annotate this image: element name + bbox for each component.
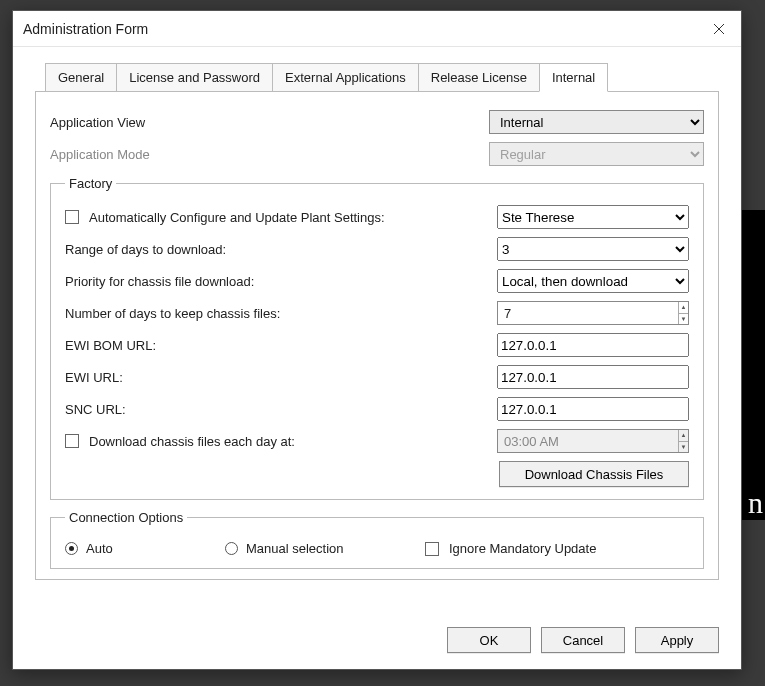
close-icon (713, 23, 725, 35)
keep-days-input[interactable] (498, 301, 678, 325)
cancel-button[interactable]: Cancel (541, 627, 625, 653)
app-mode-select: Regular (489, 142, 704, 166)
ignore-update-checkbox[interactable] (425, 542, 439, 556)
connection-auto-label: Auto (86, 541, 113, 556)
priority-label: Priority for chassis file download: (65, 274, 254, 289)
tab-license[interactable]: License and Password (116, 63, 273, 91)
connection-legend: Connection Options (65, 510, 187, 525)
download-chassis-button[interactable]: Download Chassis Files (499, 461, 689, 487)
download-at-up-icon: ▲ (679, 430, 688, 442)
connection-manual-label: Manual selection (246, 541, 344, 556)
range-days-select[interactable]: 3 (497, 237, 689, 261)
connection-group: Connection Options Auto Manual selection… (50, 510, 704, 569)
download-at-down-icon: ▼ (679, 442, 688, 453)
priority-select[interactable]: Local, then download (497, 269, 689, 293)
connection-auto-radio[interactable]: Auto (65, 541, 225, 556)
close-button[interactable] (697, 11, 741, 47)
dialog-footer: OK Cancel Apply (13, 615, 741, 669)
ok-button[interactable]: OK (447, 627, 531, 653)
factory-legend: Factory (65, 176, 116, 191)
keep-days-down-icon[interactable]: ▼ (679, 314, 688, 325)
factory-group: Factory Automatically Configure and Upda… (50, 176, 704, 500)
ewi-bom-label: EWI BOM URL: (65, 338, 156, 353)
ewi-input[interactable] (497, 365, 689, 389)
tab-pane-internal: Application View Internal Application Mo… (35, 91, 719, 580)
auto-configure-label: Automatically Configure and Update Plant… (89, 210, 385, 225)
app-mode-label: Application Mode (50, 147, 350, 162)
titlebar: Administration Form (13, 11, 741, 47)
tab-internal[interactable]: Internal (539, 63, 608, 92)
download-at-checkbox[interactable] (65, 434, 79, 448)
snc-input[interactable] (497, 397, 689, 421)
plant-select[interactable]: Ste Therese (497, 205, 689, 229)
tab-release[interactable]: Release License (418, 63, 540, 91)
keep-days-spinner[interactable]: ▲ ▼ (497, 301, 689, 325)
tab-external[interactable]: External Applications (272, 63, 419, 91)
tab-general[interactable]: General (45, 63, 117, 91)
keep-days-label: Number of days to keep chassis files: (65, 306, 280, 321)
ignore-update-label: Ignore Mandatory Update (449, 541, 596, 556)
admin-form-dialog: Administration Form General License and … (12, 10, 742, 670)
auto-configure-checkbox[interactable] (65, 210, 79, 224)
keep-days-up-icon[interactable]: ▲ (679, 302, 688, 314)
snc-label: SNC URL: (65, 402, 126, 417)
radio-dot-icon (225, 542, 238, 555)
download-at-input (498, 429, 678, 453)
tab-strip: General License and Password External Ap… (45, 62, 719, 91)
app-view-label: Application View (50, 115, 350, 130)
range-days-label: Range of days to download: (65, 242, 226, 257)
radio-dot-icon (65, 542, 78, 555)
ewi-label: EWI URL: (65, 370, 123, 385)
connection-manual-radio[interactable]: Manual selection (225, 541, 385, 556)
ewi-bom-input[interactable] (497, 333, 689, 357)
download-at-label: Download chassis files each day at: (89, 434, 295, 449)
window-title: Administration Form (23, 21, 148, 37)
download-at-spinner: ▲ ▼ (497, 429, 689, 453)
app-view-select[interactable]: Internal (489, 110, 704, 134)
apply-button[interactable]: Apply (635, 627, 719, 653)
ignore-update-checkbox-row[interactable]: Ignore Mandatory Update (425, 541, 596, 556)
